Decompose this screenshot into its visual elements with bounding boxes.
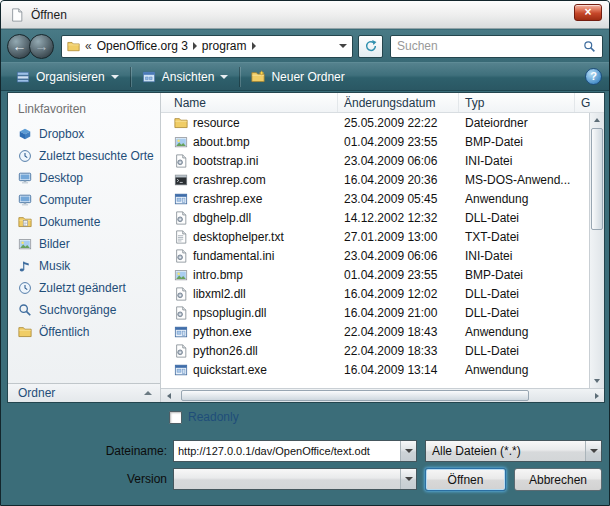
table-row[interactable]: crashrep.com 16.04.2009 20:36 MS-DOS-Anw… xyxy=(161,170,604,189)
column-header-row: Name Änderungsdatum Typ G xyxy=(161,93,604,113)
views-button[interactable]: Ansichten xyxy=(134,65,237,88)
horizontal-scrollbar-thumb[interactable] xyxy=(181,390,529,401)
filetype-select[interactable]: Alle Dateien (*.*) xyxy=(425,440,602,462)
scroll-left-button[interactable] xyxy=(161,389,176,402)
table-row[interactable]: npsoplugin.dll 16.04.2009 21:00 DLL-Date… xyxy=(161,303,604,322)
sidebar-item-computer[interactable]: Computer xyxy=(8,189,160,211)
breadcrumb-item[interactable]: program xyxy=(202,39,247,53)
column-header-size[interactable]: G xyxy=(575,93,604,112)
open-file-dialog: Öffnen × ← → « OpenOffice.org 3 program … xyxy=(0,0,610,506)
scroll-right-button[interactable] xyxy=(589,389,604,402)
navigation-bar: ← → « OpenOffice.org 3 program xyxy=(1,30,609,62)
refresh-icon xyxy=(364,39,378,53)
main-content: Linkfavoriten Dropbox Zuletzt besuchte O… xyxy=(7,92,605,403)
forward-button[interactable]: → xyxy=(29,34,54,59)
searches-icon xyxy=(18,303,32,317)
chevron-down-icon xyxy=(220,75,228,79)
version-select[interactable] xyxy=(173,468,417,490)
desktop-icon xyxy=(18,171,32,185)
cancel-button[interactable]: Abbrechen xyxy=(514,468,602,491)
sidebar-item-pictures[interactable]: Bilder xyxy=(8,233,160,255)
filetype-dropdown-button[interactable] xyxy=(585,441,601,461)
dll-file-icon xyxy=(174,306,188,320)
address-bar[interactable]: « OpenOffice.org 3 program xyxy=(61,35,353,58)
new-folder-button[interactable]: Neuer Ordner xyxy=(243,65,352,88)
organize-icon xyxy=(16,70,30,84)
favorites-sidebar: Linkfavoriten Dropbox Zuletzt besuchte O… xyxy=(8,93,161,402)
sidebar-item-public[interactable]: Öffentlich xyxy=(8,321,160,343)
image-file-icon xyxy=(174,268,188,282)
readonly-label[interactable]: Readonly xyxy=(188,410,239,424)
search-input[interactable] xyxy=(397,39,579,53)
table-row[interactable]: quickstart.exe 16.04.2009 13:14 Anwendun… xyxy=(161,360,604,379)
table-row[interactable]: intro.bmp 01.04.2009 23:55 BMP-Datei xyxy=(161,265,604,284)
vertical-scrollbar-thumb[interactable] xyxy=(591,128,603,230)
sidebar-item-music[interactable]: Musik xyxy=(8,255,160,277)
views-icon xyxy=(142,70,156,84)
table-row[interactable]: bootstrap.ini 23.04.2009 06:06 INI-Datei xyxy=(161,151,604,170)
new-folder-icon xyxy=(251,70,265,84)
filename-dropdown-button[interactable] xyxy=(400,441,416,461)
chevron-down-icon xyxy=(590,449,598,453)
address-folder-icon xyxy=(67,40,80,53)
recent-places-icon xyxy=(18,149,32,163)
titlebar: Öffnen × xyxy=(1,1,609,29)
window-title: Öffnen xyxy=(31,8,67,22)
version-dropdown-button[interactable] xyxy=(400,469,416,489)
documents-icon xyxy=(18,215,32,229)
help-button[interactable]: ? xyxy=(585,68,602,85)
table-row[interactable]: python.exe 22.04.2009 18:43 Anwendung xyxy=(161,322,604,341)
organize-button[interactable]: Organisieren xyxy=(8,65,127,88)
table-row[interactable]: python26.dll 22.04.2009 18:33 DLL-Datei xyxy=(161,341,604,360)
readonly-row: Readonly xyxy=(169,410,239,424)
table-row[interactable]: desktophelper.txt 27.01.2009 13:00 TXT-D… xyxy=(161,227,604,246)
table-row[interactable]: fundamental.ini 23.04.2009 06:06 INI-Dat… xyxy=(161,246,604,265)
recently-changed-icon xyxy=(18,281,32,295)
table-row[interactable]: resource 25.05.2009 22:22 Dateiordner xyxy=(161,113,604,132)
close-button[interactable]: × xyxy=(574,4,602,21)
refresh-button[interactable] xyxy=(358,35,383,58)
breadcrumb-separator-icon[interactable] xyxy=(193,42,197,50)
breadcrumb-item[interactable]: OpenOffice.org 3 xyxy=(97,39,188,53)
command-toolbar: Organisieren Ansichten Neuer Ordner ? xyxy=(1,62,609,91)
text-file-icon xyxy=(174,230,188,244)
vertical-scrollbar[interactable] xyxy=(589,113,604,388)
dll-file-icon xyxy=(174,344,188,358)
address-dropdown-icon[interactable] xyxy=(339,44,347,48)
table-row[interactable]: crashrep.exe 23.04.2009 05:45 Anwendung xyxy=(161,189,604,208)
triangle-up-icon xyxy=(594,118,600,122)
sidebar-item-documents[interactable]: Dokumente xyxy=(8,211,160,233)
dll-file-icon xyxy=(174,211,188,225)
table-row[interactable]: dbghelp.dll 14.12.2002 12:32 DLL-Datei xyxy=(161,208,604,227)
public-folder-icon xyxy=(18,325,32,339)
table-row[interactable]: libxml2.dll 16.04.2009 12:02 DLL-Datei xyxy=(161,284,604,303)
horizontal-scrollbar[interactable] xyxy=(161,388,604,402)
file-list: Name Änderungsdatum Typ G resource 25.05… xyxy=(161,93,604,402)
readonly-checkbox[interactable] xyxy=(169,411,182,424)
breadcrumb-overflow[interactable]: « xyxy=(85,39,92,53)
sidebar-item-desktop[interactable]: Desktop xyxy=(8,167,160,189)
sidebar-item-recent-places[interactable]: Zuletzt besuchte Orte xyxy=(8,145,160,167)
column-header-date[interactable]: Änderungsdatum xyxy=(338,93,459,112)
sidebar-item-dropbox[interactable]: Dropbox xyxy=(8,123,160,145)
filename-input[interactable] xyxy=(174,445,400,457)
column-header-name[interactable]: Name xyxy=(161,93,338,112)
computer-icon xyxy=(18,193,32,207)
toolbar-separator xyxy=(130,67,131,87)
sidebar-item-recently-changed[interactable]: Zuletzt geändert xyxy=(8,277,160,299)
application-icon xyxy=(174,325,188,339)
sidebar-item-searches[interactable]: Suchvorgänge xyxy=(8,299,160,321)
scroll-up-button[interactable] xyxy=(590,113,604,127)
open-button[interactable]: Öffnen xyxy=(425,468,506,491)
table-row[interactable]: about.bmp 01.04.2009 23:55 BMP-Datei xyxy=(161,132,604,151)
breadcrumb-separator-icon[interactable] xyxy=(252,42,256,50)
column-header-type[interactable]: Typ xyxy=(459,93,575,112)
search-box[interactable] xyxy=(390,35,603,58)
image-file-icon xyxy=(174,135,188,149)
scroll-down-button[interactable] xyxy=(590,374,604,388)
chevron-down-icon xyxy=(405,477,413,481)
folders-expander[interactable]: Ordner xyxy=(8,383,160,402)
config-file-icon xyxy=(174,249,188,263)
application-icon xyxy=(174,192,188,206)
filename-label: Dateiname: xyxy=(57,444,167,458)
